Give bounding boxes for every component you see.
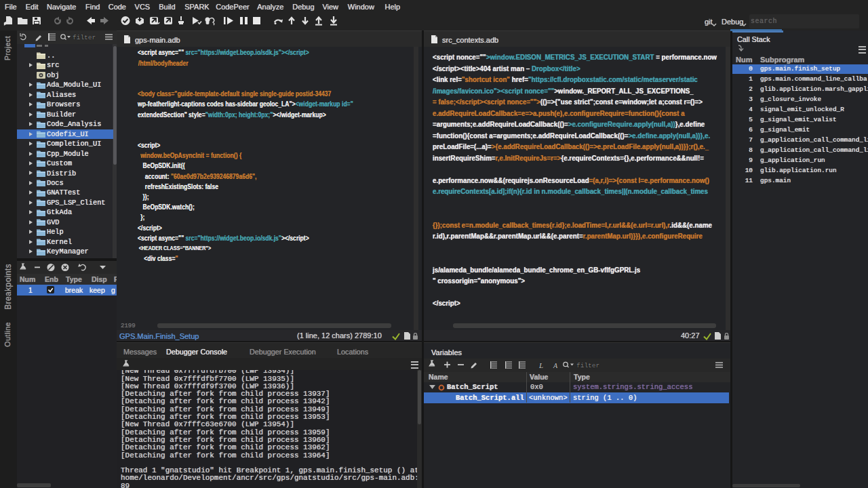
svg-text:L: L <box>538 361 543 369</box>
svg-text:A: A <box>553 362 558 369</box>
svg-text:filter: filter <box>576 362 599 369</box>
svg-text:filter: filter <box>73 34 96 41</box>
